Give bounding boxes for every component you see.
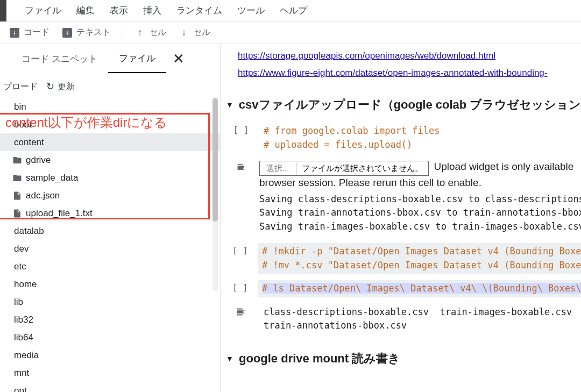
file-tree-item[interactable]: media xyxy=(0,346,220,364)
file-tree-label: sample_data xyxy=(26,173,78,183)
notebook-pane: https://storage.googleapis.com/openimage… xyxy=(221,44,581,392)
file-tree-item[interactable]: lib64 xyxy=(0,329,220,346)
cell-output-upload: 選択... ファイルが選択されていません。 Upload widget is o… xyxy=(232,160,581,190)
file-tree-label: gdrive xyxy=(26,155,51,166)
section-header-2: ▼ google drive mount 読み書き xyxy=(226,346,581,374)
file-tree-label: bin xyxy=(14,102,26,112)
file-tree-item[interactable]: content xyxy=(0,133,220,151)
file-tree-item[interactable]: opt xyxy=(0,382,220,392)
file-tree[interactable]: binbootcontentgdrivesample_dataadc.jsonu… xyxy=(0,98,220,392)
file-tree-label: home xyxy=(14,279,37,290)
section-title: csvファイルアップロード（google colab ブラウゼセッション限定 xyxy=(239,97,581,113)
code-cell-3[interactable]: [ ] # ls Dataset/Open\ Images\ Dataset\ … xyxy=(232,280,581,297)
menu-help[interactable]: ヘルプ xyxy=(272,4,315,17)
file-tree-label: boot xyxy=(14,119,32,130)
menu-edit[interactable]: 編集 xyxy=(69,4,102,17)
code-content[interactable]: # ls Dataset/Open\ Images\ Dataset\ v4\ … xyxy=(258,280,581,297)
scrollbar[interactable] xyxy=(212,98,218,291)
menu-runtime[interactable]: ランタイム xyxy=(169,4,230,17)
file-tree-item[interactable]: adc.json xyxy=(0,187,220,204)
code-content[interactable]: # !mkdir -p "Dataset/Open Images Dataset… xyxy=(258,243,581,274)
file-tree-item[interactable]: upload_file_1.txt xyxy=(0,204,220,222)
refresh-label: 更新 xyxy=(58,81,75,92)
cell-down-label: セル xyxy=(193,27,210,38)
choose-file-button[interactable]: 選択... xyxy=(260,162,296,175)
file-tree-item[interactable]: etc xyxy=(0,258,220,275)
menu-tools[interactable]: ツール xyxy=(230,4,272,17)
file-chosen-text: ファイルが選択されていません。 xyxy=(296,162,428,175)
cell-run-indicator[interactable]: [ ] xyxy=(232,282,248,297)
separator xyxy=(123,25,123,40)
file-tree-label: lib xyxy=(14,297,23,308)
cell-run-indicator[interactable]: [ ] xyxy=(233,125,249,153)
refresh-icon: ↻ xyxy=(46,81,54,92)
file-tree-item[interactable]: bin xyxy=(0,98,220,116)
collapse-toggle-icon[interactable]: ▼ xyxy=(226,101,233,109)
file-tree-item[interactable]: lib xyxy=(0,293,220,311)
file-icon xyxy=(12,208,23,219)
code-cell-1[interactable]: [ ] # from google.colab import files # u… xyxy=(232,123,581,153)
file-tree-label: dev xyxy=(14,244,29,254)
menu-file[interactable]: ファイル xyxy=(17,4,69,17)
folder-icon xyxy=(12,173,23,183)
file-input[interactable]: 選択... ファイルが選択されていません。 xyxy=(259,161,429,176)
tab-files[interactable]: ファイル xyxy=(108,45,166,73)
tab-snippets[interactable]: コード スニペット xyxy=(11,45,108,73)
sidebar-tabs: コード スニペット ファイル ✕ xyxy=(0,44,220,73)
file-tree-label: mnt xyxy=(14,368,29,379)
colab-logo[interactable] xyxy=(0,0,6,22)
sidebar-actions: プロード ↻ 更新 xyxy=(0,73,220,98)
add-text-button[interactable]: + テキスト xyxy=(56,25,117,40)
close-icon[interactable]: ✕ xyxy=(173,51,185,67)
file-tree-label: opt xyxy=(14,386,27,393)
cell-up-button[interactable]: ↑ セル xyxy=(129,25,173,40)
file-tree-label: etc xyxy=(14,261,26,272)
upload-label: プロード xyxy=(3,81,38,92)
menubar: ファイル 編集 表示 挿入 ランタイム ツール ヘルプ xyxy=(0,0,581,22)
add-code-label: コード xyxy=(24,27,49,38)
section-header-1: ▼ csvファイルアップロード（google colab ブラウゼセッション限定 xyxy=(226,92,581,120)
file-tree-label: media xyxy=(14,350,39,361)
file-tree-item[interactable]: mnt xyxy=(0,364,220,382)
scrollbar-thumb[interactable] xyxy=(212,98,218,222)
download-link[interactable]: https://storage.googleapis.com/openimage… xyxy=(238,51,495,61)
file-tree-label: datalab xyxy=(14,226,44,237)
file-tree-item[interactable]: sample_data xyxy=(0,169,220,187)
sidebar: コード スニペット ファイル ✕ プロード ↻ 更新 binbootconten… xyxy=(0,44,221,392)
upload-message-2: browser session. Please rerun this cell … xyxy=(259,176,573,190)
refresh-button[interactable]: ↻ 更新 xyxy=(43,79,78,95)
menu-view[interactable]: 表示 xyxy=(102,4,136,17)
output-icon xyxy=(235,306,247,318)
folder-icon xyxy=(12,155,23,166)
file-tree-label: lib32 xyxy=(14,315,33,325)
arrow-up-icon: ↑ xyxy=(135,28,145,38)
file-tree-label: adc.json xyxy=(26,190,60,201)
menu-insert[interactable]: 挿入 xyxy=(136,4,169,17)
file-tree-item[interactable]: gdrive xyxy=(0,151,220,169)
cell-output-ls: class-descriptions-boxable.csv train-ima… xyxy=(232,304,581,334)
arrow-down-icon: ↓ xyxy=(179,28,189,38)
add-code-button[interactable]: + コード xyxy=(3,25,56,40)
figure-eight-link[interactable]: https://www.figure-eight.com/dataset/ope… xyxy=(238,68,548,79)
file-tree-item[interactable]: dev xyxy=(0,240,220,258)
add-text-label: テキスト xyxy=(76,27,111,38)
link-block: https://storage.googleapis.com/openimage… xyxy=(226,44,581,92)
collapse-toggle-icon[interactable]: ▼ xyxy=(226,354,233,363)
file-tree-item[interactable]: datalab xyxy=(0,222,220,240)
upload-message-1: Upload widget is only available xyxy=(434,160,574,174)
file-tree-item[interactable]: home xyxy=(0,275,220,293)
file-tree-label: upload_file_1.txt xyxy=(26,208,93,219)
cell-down-button[interactable]: ↓ セル xyxy=(173,25,217,40)
code-content[interactable]: # from google.colab import files # uploa… xyxy=(259,123,581,153)
file-tree-item[interactable]: lib32 xyxy=(0,311,220,329)
upload-button[interactable]: プロード xyxy=(0,79,41,95)
code-cell-2[interactable]: [ ] # !mkdir -p "Dataset/Open Images Dat… xyxy=(232,243,581,274)
cell-run-indicator[interactable]: [ ] xyxy=(232,245,248,274)
toolbar: + コード + テキスト ↑ セル ↓ セル xyxy=(0,22,581,44)
plus-icon: + xyxy=(62,28,72,38)
file-tree-item[interactable]: boot xyxy=(0,116,220,133)
file-tree-label: content xyxy=(14,137,44,148)
section-title: google drive mount 読み書き xyxy=(239,351,400,367)
save-output: Saving class-descriptions-boxable.csv to… xyxy=(259,193,581,234)
file-icon xyxy=(12,190,23,201)
